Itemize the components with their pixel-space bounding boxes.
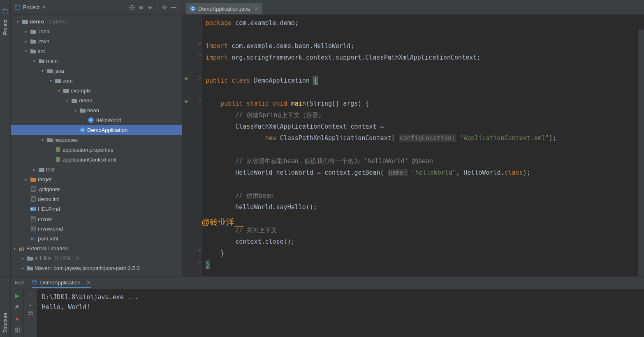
svg-rect-1 (3, 9, 5, 10)
collapse-all-icon[interactable] (146, 3, 155, 12)
tree-item-applicationcontext-xml[interactable]: applicationContext.xml (11, 155, 182, 164)
console-output[interactable]: D:\JDK1.8\bin\java.exe ... Hello, World! (37, 289, 644, 337)
tree-item-mvnw[interactable]: mvnw (11, 214, 182, 224)
tree-item-src[interactable]: ▾src (11, 46, 182, 56)
soft-wrap-icon[interactable] (28, 310, 33, 315)
svg-text:MD: MD (31, 208, 36, 210)
svg-rect-40 (23, 247, 24, 251)
project-icon (2, 8, 8, 14)
watermark-text: @砖业洋__ (202, 216, 244, 228)
svg-rect-39 (21, 247, 22, 251)
tree-item-jdk[interactable]: ▸< 1.8 >D:\JDK1.8 (11, 253, 182, 263)
tree-item--idea[interactable]: ▸.idea (11, 26, 182, 36)
run-config-name: DemoApplication (40, 279, 80, 286)
svg-point-16 (164, 7, 165, 8)
svg-point-5 (132, 7, 133, 8)
svg-rect-0 (3, 9, 8, 13)
tree-item-help-md[interactable]: MDHELP.md (11, 204, 182, 214)
left-tool-stripe-bottom: Structure (0, 277, 11, 337)
close-run-tab-icon[interactable]: ✕ (86, 279, 91, 286)
svg-text:m: m (31, 235, 35, 241)
hide-icon[interactable]: — (169, 3, 178, 12)
tree-item--gitignore[interactable]: .gitignore (11, 184, 182, 194)
stop-button[interactable]: ■ (13, 314, 21, 323)
locate-icon[interactable] (127, 3, 137, 12)
tree-item-main[interactable]: ▾main (11, 56, 182, 66)
editor-area: C DemoApplication.java ✕ ▶ ▶ ⊟ ⊟ ⊟ ⊟ ⊟ ⊟… (183, 0, 644, 276)
close-tab-icon[interactable]: ✕ (254, 6, 258, 12)
tree-item-demoapplication[interactable]: CDemoApplication (11, 125, 182, 135)
tree-item-java[interactable]: ▾java (11, 66, 182, 76)
tree-item-demo-iml[interactable]: demo.iml (11, 194, 182, 204)
tree-item--mvn[interactable]: ▸.mvn (11, 36, 182, 46)
tree-item-demo[interactable]: ▾demo (11, 95, 182, 105)
tree-item-bean[interactable]: ▾bean (11, 105, 182, 115)
editor-gutter: ▶ ▶ ⊟ ⊟ ⊟ ⊟ ⊟ ⊟ (183, 15, 202, 276)
svg-rect-17 (56, 147, 60, 152)
tree-item-application-properties[interactable]: application.properties (11, 145, 182, 155)
left-tool-stripe: Project (0, 0, 11, 276)
project-tree[interactable]: ▾demoD:\demo▸.idea▸.mvn▾src▾main▾java▾co… (11, 15, 182, 276)
tree-item-test[interactable]: ▸test (11, 164, 182, 174)
up-arrow-icon[interactable]: ↑ (29, 291, 32, 298)
project-panel: Project ▼ — ▾demoD:\demo▸.idea▸.mvn▾src▾… (11, 0, 183, 276)
code-content[interactable]: package com.example.demo; import com.exa… (202, 15, 644, 276)
svg-rect-18 (56, 157, 60, 162)
svg-rect-42 (32, 281, 37, 282)
tool-button[interactable] (13, 303, 21, 311)
tree-item-pom-xml[interactable]: mpom.xml (11, 233, 182, 243)
run-toolbar-secondary: ↑ ↓ (24, 289, 37, 337)
tree-item-external-libraries[interactable]: ▾External Libraries (11, 243, 182, 253)
layout-button[interactable] (13, 326, 21, 334)
run-label: Run: (15, 279, 26, 286)
project-tool-tab[interactable]: Project (2, 17, 9, 37)
svg-rect-44 (18, 328, 19, 332)
console-line: Hello, World! (42, 303, 90, 311)
project-panel-header: Project ▼ — (11, 0, 182, 15)
tree-item-helloworld[interactable]: CHelloWorld (11, 115, 182, 125)
dropdown-arrow-icon: ▼ (42, 5, 46, 9)
run-panel-header: Run: DemoApplication ✕ (11, 277, 644, 289)
run-panel: Structure Run: DemoApplication ✕ ▶ ■ ↑ ↓… (0, 276, 644, 337)
svg-rect-2 (15, 6, 20, 9)
run-toolbar-primary: ▶ ■ (11, 289, 24, 337)
down-arrow-icon[interactable]: ↓ (29, 301, 32, 307)
run-config-tab[interactable]: DemoApplication ✕ (32, 279, 90, 288)
tree-item-com[interactable]: ▾com (11, 76, 182, 85)
editor-tab-bar: C DemoApplication.java ✕ (183, 0, 644, 15)
console-line: D:\JDK1.8\bin\java.exe ... (42, 293, 139, 301)
settings-icon[interactable] (160, 3, 169, 12)
java-class-icon: C (190, 6, 196, 12)
project-panel-title: Project (23, 4, 39, 10)
svg-rect-43 (15, 328, 17, 332)
rerun-button[interactable]: ▶ (13, 291, 21, 300)
project-view-selector[interactable]: Project ▼ (15, 4, 46, 10)
structure-tool-tab[interactable]: Structure (2, 313, 8, 333)
run-gutter-icon[interactable]: ▶ (185, 99, 188, 104)
code-editor[interactable]: ▶ ▶ ⊟ ⊟ ⊟ ⊟ ⊟ ⊟ package com.example.demo… (183, 15, 644, 276)
tree-item-target[interactable]: ▸target (11, 174, 182, 184)
tree-item-root[interactable]: ▾demoD:\demo (11, 16, 182, 26)
editor-scrollbar[interactable] (638, 30, 644, 276)
tree-item-mvnw-cmd[interactable]: mvnw.cmd (11, 224, 182, 233)
tree-item-example[interactable]: ▾example (11, 85, 182, 95)
run-gutter-icon[interactable]: ▶ (185, 76, 188, 81)
tree-item-maven-lib[interactable]: ▸Maven: com.jayway.jsonpath:json-path:2.… (11, 263, 182, 273)
tab-title: DemoApplication.java (198, 6, 250, 12)
svg-rect-3 (15, 5, 17, 6)
editor-tab-demoapplication[interactable]: C DemoApplication.java ✕ (186, 3, 262, 14)
svg-rect-38 (19, 248, 21, 251)
tree-item-resources[interactable]: ▾resources (11, 135, 182, 145)
expand-all-icon[interactable] (137, 3, 146, 12)
